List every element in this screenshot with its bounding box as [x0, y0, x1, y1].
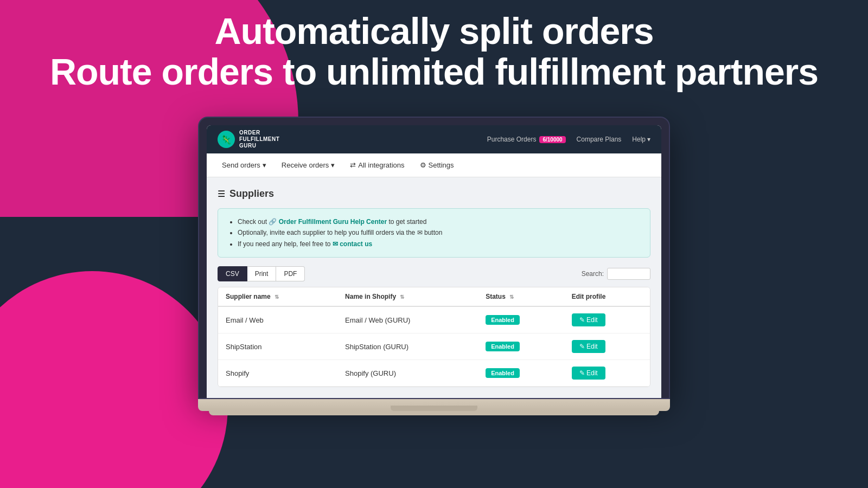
hero-section: Automatically split orders Route orders … — [0, 11, 868, 92]
integrations-icon: ⇄ — [350, 161, 356, 169]
suppliers-table: Supplier name ⇅ Name in Shopify ⇅ Status… — [218, 287, 650, 387]
suppliers-table-wrapper: Supplier name ⇅ Name in Shopify ⇅ Status… — [218, 287, 650, 387]
status-badge-0: Enabled — [486, 315, 520, 325]
app-nav: Purchase Orders 6/10000 Compare Plans He… — [487, 136, 650, 143]
edit-button-2[interactable]: ✎ Edit — [572, 367, 605, 380]
logo-text: ORDERFULFILLMENTGURU — [239, 130, 279, 149]
cell-edit-0: ✎ Edit — [564, 306, 650, 333]
nav-item-all-integrations[interactable]: ⇄ All integrations — [343, 157, 411, 174]
laptop-container: 🦎 ORDERFULFILLMENTGURU Purchase Orders 6… — [198, 117, 670, 415]
all-integrations-label: All integrations — [358, 161, 404, 169]
cell-status-0: Enabled — [478, 306, 564, 333]
settings-gear-icon: ⚙ — [420, 161, 426, 169]
purchase-orders-count: 6/10000 — [539, 136, 565, 143]
bg-circle-decoration — [0, 271, 228, 488]
sort-icon-supplier[interactable]: ⇅ — [275, 294, 279, 300]
cell-edit-1: ✎ Edit — [564, 333, 650, 360]
col-name-shopify: Name in Shopify ⇅ — [337, 287, 478, 306]
laptop-foot — [209, 411, 659, 415]
contact-us-link[interactable]: ✉ contact us — [333, 240, 372, 248]
page-title: Suppliers — [229, 188, 274, 200]
app-content: ☰ Suppliers Check out 🔗 Order Fulfillmen… — [207, 177, 661, 398]
purchase-orders-badge[interactable]: Purchase Orders 6/10000 — [487, 136, 566, 143]
table-row: ShipStation ShipStation (GURU) Enabled ✎… — [218, 333, 650, 360]
page-title-row: ☰ Suppliers — [218, 188, 650, 200]
cell-status-1: Enabled — [478, 333, 564, 360]
compare-plans-link[interactable]: Compare Plans — [577, 136, 622, 143]
col-supplier-name: Supplier name ⇅ — [218, 287, 337, 306]
info-item-1: Check out 🔗 Order Fulfillment Guru Help … — [238, 216, 640, 227]
edit-button-0[interactable]: ✎ Edit — [572, 313, 605, 326]
app-logo: 🦎 ORDERFULFILLMENTGURU — [218, 130, 279, 149]
status-badge-2: Enabled — [486, 368, 520, 378]
nav-item-settings[interactable]: ⚙ Settings — [413, 157, 461, 174]
cell-supplier-name-1: ShipStation — [218, 333, 337, 360]
cell-status-2: Enabled — [478, 360, 564, 387]
receive-orders-label: Receive orders — [282, 161, 329, 169]
cell-supplier-name-0: Email / Web — [218, 306, 337, 333]
receive-orders-chevron: ▾ — [331, 161, 335, 169]
cell-shopify-name-0: Email / Web (GURU) — [337, 306, 478, 333]
sort-icon-shopify[interactable]: ⇅ — [400, 294, 404, 300]
cell-shopify-name-2: Shopify (GURU) — [337, 360, 478, 387]
nav-item-send-orders[interactable]: Send orders ▾ — [215, 157, 273, 174]
edit-button-1[interactable]: ✎ Edit — [572, 340, 605, 353]
hero-title-line1: Automatically split orders — [0, 11, 868, 52]
info-box: Check out 🔗 Order Fulfillment Guru Help … — [218, 208, 650, 258]
hero-title-line2: Route orders to unlimited fulfillment pa… — [0, 52, 868, 92]
laptop-base — [198, 399, 670, 411]
export-buttons: CSV Print PDF — [218, 266, 305, 281]
settings-label: Settings — [429, 161, 454, 169]
logo-icon: 🦎 — [218, 131, 235, 148]
table-controls: CSV Print PDF Search: — [218, 266, 650, 281]
table-header-row: Supplier name ⇅ Name in Shopify ⇅ Status… — [218, 287, 650, 306]
info-item-2: Optionally, invite each supplier to help… — [238, 227, 640, 238]
app-navbar: Send orders ▾ Receive orders ▾ ⇄ All int… — [207, 153, 661, 177]
nav-item-receive-orders[interactable]: Receive orders ▾ — [275, 157, 341, 174]
purchase-orders-label: Purchase Orders — [487, 136, 537, 143]
laptop-screen-outer: 🦎 ORDERFULFILLMENTGURU Purchase Orders 6… — [198, 117, 670, 399]
help-link[interactable]: Help ▾ — [632, 136, 650, 143]
suppliers-icon: ☰ — [218, 189, 225, 199]
cell-shopify-name-1: ShipStation (GURU) — [337, 333, 478, 360]
send-orders-label: Send orders — [222, 161, 260, 169]
send-orders-chevron: ▾ — [263, 161, 266, 169]
status-badge-1: Enabled — [486, 342, 520, 351]
csv-button[interactable]: CSV — [218, 266, 247, 281]
print-button[interactable]: Print — [247, 266, 277, 281]
search-row: Search: — [582, 268, 650, 280]
table-row: Shopify Shopify (GURU) Enabled ✎ Edit — [218, 360, 650, 387]
table-row: Email / Web Email / Web (GURU) Enabled ✎… — [218, 306, 650, 333]
help-center-link[interactable]: 🔗 Order Fulfillment Guru Help Center — [269, 218, 387, 226]
sort-icon-status[interactable]: ⇅ — [509, 294, 514, 300]
col-edit-profile: Edit profile — [564, 287, 650, 306]
pdf-button[interactable]: PDF — [276, 266, 305, 281]
info-item-3: If you need any help, feel free to ✉ con… — [238, 239, 640, 249]
app-header: 🦎 ORDERFULFILLMENTGURU Purchase Orders 6… — [207, 125, 661, 153]
col-status: Status ⇅ — [478, 287, 564, 306]
laptop-screen: 🦎 ORDERFULFILLMENTGURU Purchase Orders 6… — [207, 125, 661, 398]
search-input[interactable] — [607, 268, 650, 280]
cell-edit-2: ✎ Edit — [564, 360, 650, 387]
cell-supplier-name-2: Shopify — [218, 360, 337, 387]
search-label: Search: — [582, 270, 604, 278]
